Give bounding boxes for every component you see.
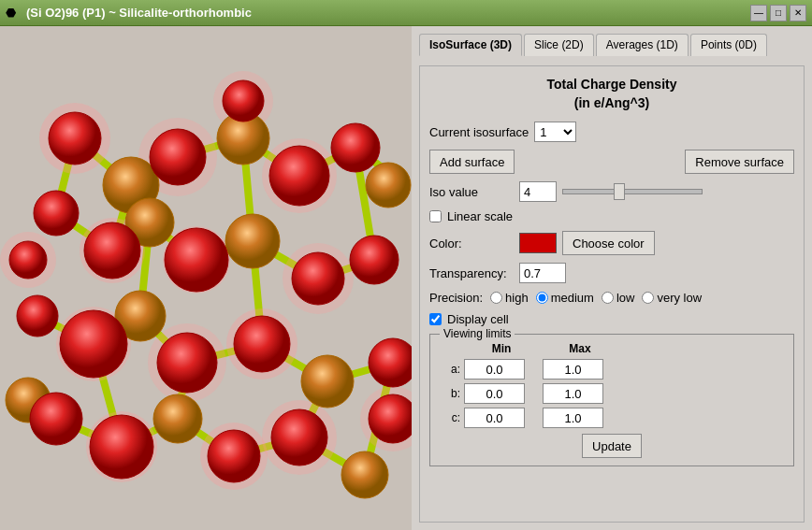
svg-point-63 (34, 191, 79, 236)
title-line1: Total Charge Density (429, 76, 794, 94)
c-max-input[interactable] (543, 408, 603, 428)
tab-points[interactable]: Points (0D) (690, 34, 767, 56)
iso-value-slider[interactable] (562, 189, 703, 194)
add-surface-button[interactable]: Add surface (429, 150, 515, 174)
svg-point-74 (90, 415, 153, 479)
tab-bar: IsoSurface (3D) Slice (2D) Averages (1D)… (419, 34, 805, 56)
color-label: Color: (429, 236, 514, 251)
svg-point-69 (157, 333, 217, 393)
update-button[interactable]: Update (582, 434, 642, 458)
c-min-input[interactable] (464, 408, 525, 428)
svg-point-59 (49, 112, 101, 165)
right-panel: IsoSurface (3D) Slice (2D) Averages (1D)… (412, 26, 812, 530)
app-icon: ⬣ (6, 6, 21, 21)
axis-b-label: b: (442, 387, 460, 400)
transparency-label: Transparency: (429, 266, 514, 280)
precision-medium: medium (536, 291, 594, 305)
b-max-input[interactable] (543, 383, 603, 404)
display-cell-checkbox[interactable] (429, 313, 442, 325)
tab-isosurface[interactable]: IsoSurface (3D) (419, 34, 522, 56)
precision-high-label: high (505, 291, 529, 305)
tab-slice[interactable]: Slice (2D) (524, 34, 594, 56)
svg-point-56 (341, 451, 388, 498)
precision-low: low (602, 291, 635, 305)
tab-averages[interactable]: Averages (1D) (596, 34, 689, 56)
svg-point-66 (350, 236, 399, 284)
window-title: (Si O2)96 (P1) ~ Silicalite-orthorhombic (26, 6, 750, 20)
svg-point-61 (269, 146, 329, 206)
svg-point-78 (9, 241, 47, 279)
precision-low-radio[interactable] (602, 292, 614, 304)
svg-point-62 (331, 123, 380, 172)
max-header: Max (543, 342, 617, 355)
color-swatch (519, 233, 557, 253)
maximize-button[interactable]: □ (770, 5, 787, 21)
a-min-input[interactable] (464, 359, 525, 380)
title-line2: (in e/Ang^3) (429, 94, 794, 113)
title-bar: ⬣ (Si O2)96 (P1) ~ Silicalite-orthorhomb… (0, 0, 812, 26)
svg-point-54 (301, 355, 354, 408)
linear-scale-checkbox[interactable] (429, 210, 442, 222)
precision-medium-radio[interactable] (536, 292, 548, 304)
choose-color-button[interactable]: Choose color (562, 231, 655, 255)
display-cell-row: Display cell (429, 312, 794, 326)
molecular-viewport (0, 26, 412, 530)
current-isosurface-select[interactable]: 1 (534, 122, 576, 142)
precision-label: Precision: (429, 291, 483, 305)
tab-content-isosurface: Total Charge Density (in e/Ang^3) Curren… (419, 65, 805, 523)
close-button[interactable]: ✕ (790, 5, 806, 21)
svg-point-68 (60, 310, 127, 378)
window-controls: — □ ✕ (750, 5, 806, 21)
iso-value-input[interactable] (519, 181, 557, 202)
transparency-row: Transparency: (429, 263, 794, 283)
min-header: Min (464, 342, 539, 355)
precision-high: high (490, 291, 529, 305)
svg-point-60 (150, 129, 206, 185)
svg-point-72 (369, 338, 412, 387)
remove-surface-button[interactable]: Remove surface (685, 150, 794, 174)
display-cell-label: Display cell (447, 312, 509, 326)
svg-point-71 (292, 252, 344, 305)
viewing-limits-section: Viewing limits Min Max a: b: c: (429, 334, 794, 466)
precision-low-label: low (616, 291, 635, 305)
precision-verylow: very low (642, 291, 702, 305)
linear-scale-row: Linear scale (429, 209, 794, 223)
precision-medium-label: medium (551, 291, 594, 305)
axis-c-label: c: (442, 411, 460, 424)
svg-point-75 (208, 430, 260, 482)
svg-point-58 (366, 163, 411, 208)
viewing-limits-title: Viewing limits (440, 327, 515, 340)
color-row: Color: Choose color (429, 231, 794, 255)
b-min-input[interactable] (464, 383, 525, 404)
transparency-input[interactable] (519, 263, 566, 283)
svg-point-52 (225, 214, 280, 268)
a-max-input[interactable] (543, 359, 603, 380)
iso-value-row: Iso value (429, 181, 794, 202)
precision-high-radio[interactable] (490, 292, 502, 304)
svg-point-77 (223, 80, 264, 122)
axis-a-label: a: (442, 363, 460, 376)
main-container: IsoSurface (3D) Slice (2D) Averages (1D)… (0, 26, 812, 530)
linear-scale-label: Linear scale (447, 209, 513, 223)
svg-point-55 (153, 394, 202, 443)
surface-buttons-row: Add surface Remove surface (429, 150, 794, 174)
svg-point-64 (84, 222, 140, 279)
svg-point-79 (369, 394, 412, 443)
svg-point-67 (17, 295, 58, 337)
svg-point-70 (234, 316, 290, 372)
section-title: Total Charge Density (in e/Ang^3) (429, 76, 794, 112)
minimize-button[interactable]: — (750, 5, 767, 21)
precision-verylow-label: very low (657, 291, 702, 305)
current-isosurface-row: Current isosurface 1 (429, 122, 794, 142)
update-button-row: Update (442, 434, 782, 458)
svg-point-76 (271, 409, 327, 466)
svg-point-65 (165, 228, 228, 292)
current-isosurface-label: Current isosurface (429, 125, 529, 139)
iso-value-label: Iso value (429, 185, 514, 199)
svg-point-73 (30, 393, 82, 445)
limits-grid: Min Max a: b: c: (442, 342, 782, 428)
precision-row: Precision: high medium low very low (429, 291, 794, 305)
precision-verylow-radio[interactable] (642, 292, 654, 304)
